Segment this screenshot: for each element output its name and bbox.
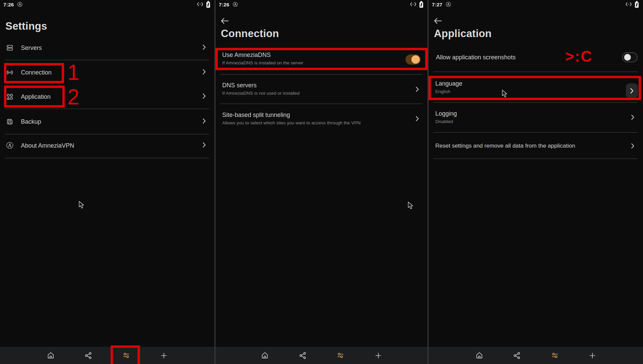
divider [433,71,638,72]
amnezia-logo-icon: Ⓐ [233,2,238,7]
status-time: 7:26 [219,2,229,7]
connection-screen: 7:26 Ⓐ Connection Use AmneziaDNS [215,0,428,364]
divider [5,109,209,109]
nav-add-icon[interactable] [574,347,611,364]
chevron-right-icon [203,118,206,125]
chevron-right-icon [203,93,206,100]
annotation-number-1: 1 [67,62,80,83]
chevron-right-icon [203,44,206,51]
servers-icon [5,44,14,52]
battery-icon [206,2,210,8]
network-activity-icon [197,2,203,8]
amnezia-logo-icon: Ⓐ [446,2,451,7]
page-title: Connection [221,28,279,40]
annotation-box-step2 [4,86,65,108]
setting-row-logging[interactable]: Logging Disabled [435,110,457,124]
sidebar-item-about[interactable]: Ⓐ About AmneziaVPN [0,133,214,158]
nav-add-icon[interactable] [359,347,397,364]
chevron-right-icon [416,87,419,93]
bottom-nav [429,347,643,364]
battery-icon [419,2,423,8]
nav-home-icon[interactable] [246,347,284,364]
nav-share-icon[interactable] [498,347,536,364]
annotation-angry-face: >:C [565,47,592,65]
setting-row-reset[interactable]: Reset settings and remove all data from … [435,143,575,149]
status-bar: 7:27 Ⓐ [429,0,643,9]
network-activity-icon [410,2,416,8]
nav-share-icon[interactable] [284,347,322,364]
status-time: 7:26 [3,2,14,7]
divider [220,103,422,104]
chevron-right-icon [203,142,206,149]
annotation-box-language [429,76,641,100]
setting-row-allow-screenshots[interactable]: Allow application screenshots [436,54,516,61]
page-title: Application [434,28,492,40]
mouse-cursor [502,90,507,99]
divider [433,132,638,133]
annotation-number-2: 2 [67,86,80,108]
settings-screen: 7:26 Ⓐ Settings [0,0,214,364]
application-screen: 7:27 Ⓐ Application Allow application [429,0,643,364]
nav-home-icon[interactable] [460,347,498,364]
back-button[interactable] [433,17,443,25]
save-icon [5,118,14,126]
bottom-nav [215,347,428,364]
chevron-right-icon [416,116,419,123]
annotation-box-step1 [4,63,64,83]
nav-share-icon[interactable] [69,347,107,364]
nav-home-icon[interactable] [32,347,69,364]
setting-row-dns-servers[interactable]: DNS servers If AmneziaDNS is not used or… [222,82,300,96]
chevron-right-icon [631,143,634,150]
allow-screenshots-toggle[interactable] [622,52,638,62]
annotation-box-nav-settings [111,345,140,364]
sidebar-item-label: Backup [21,118,41,125]
sidebar-item-servers[interactable]: Servers [0,36,214,60]
annotation-box-use-amneziadns [215,48,428,70]
bottom-nav [0,347,214,364]
screenshot-collage: 7:26 Ⓐ Settings [0,0,643,364]
back-button[interactable] [220,17,230,25]
chevron-right-icon [631,115,634,121]
sidebar-item-backup[interactable]: Backup [0,110,214,134]
amnezia-logo-icon: Ⓐ [17,2,22,7]
chevron-right-icon [203,69,206,76]
page-title: Settings [5,20,47,32]
status-bar: 7:26 Ⓐ [0,0,214,9]
sidebar-item-label: About AmneziaVPN [21,142,74,149]
divider [433,158,638,159]
status-bar: 7:26 Ⓐ [215,0,428,9]
amnezia-logo-icon: Ⓐ [5,142,14,150]
mouse-cursor [408,202,413,211]
divider [433,102,638,103]
status-time: 7:27 [432,2,442,7]
nav-settings-icon[interactable] [322,347,359,364]
nav-settings-icon[interactable] [536,347,574,364]
setting-row-split-tunneling[interactable]: Site-based split tunneling Allows you to… [222,111,360,126]
divider [220,74,422,75]
mouse-cursor [79,201,84,210]
network-activity-icon [625,2,632,8]
sidebar-item-label: Servers [21,44,42,52]
divider [5,158,209,158]
battery-icon [635,2,639,8]
nav-add-icon[interactable] [145,347,183,364]
